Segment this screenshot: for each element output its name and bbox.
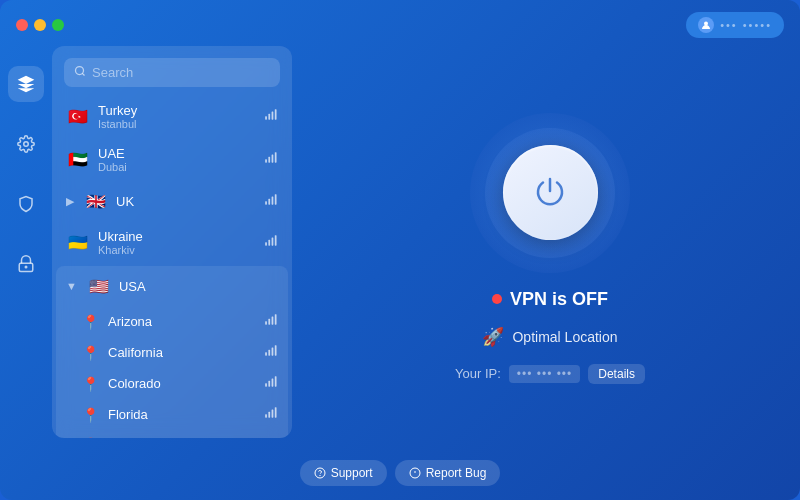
svg-rect-8	[275, 109, 277, 120]
sidebar-icon-security[interactable]	[8, 186, 44, 222]
sidebar-icon-settings[interactable]	[8, 126, 44, 162]
sidebar-icon-privacy[interactable]	[8, 246, 44, 282]
flag-icon: 🇺🇸	[87, 274, 111, 298]
vpn-status-label: VPN is OFF	[510, 289, 608, 310]
power-ring-outer	[470, 113, 630, 273]
svg-rect-19	[272, 238, 274, 246]
svg-rect-30	[268, 381, 270, 387]
app-window: ••• •••••	[0, 0, 800, 500]
svg-rect-21	[265, 321, 267, 325]
support-button[interactable]: Support	[300, 460, 387, 486]
list-item[interactable]: 🇦🇪 UAE Dubai	[56, 138, 288, 181]
svg-rect-26	[268, 350, 270, 356]
support-label: Support	[331, 466, 373, 480]
server-panel: 🇹🇷 Turkey Istanbul	[52, 46, 292, 438]
server-name: UAE	[98, 146, 256, 161]
optimal-location: 🚀 Optimal Location	[482, 326, 617, 348]
svg-rect-36	[275, 407, 277, 418]
server-info: Ukraine Kharkiv	[98, 229, 256, 256]
signal-icon	[264, 151, 278, 168]
list-item[interactable]: ▼ 🇺🇸 USA	[56, 266, 288, 306]
svg-rect-20	[275, 235, 277, 246]
user-avatar-icon	[698, 17, 714, 33]
user-badge[interactable]: ••• •••••	[686, 12, 784, 38]
optimal-location-label: Optimal Location	[512, 329, 617, 345]
list-item[interactable]: 📍 Arizona	[56, 306, 288, 337]
svg-rect-34	[268, 412, 270, 418]
right-panel: VPN is OFF 🚀 Optimal Location Your IP: •…	[300, 46, 800, 450]
main-content: 🇹🇷 Turkey Istanbul	[0, 46, 800, 450]
svg-rect-22	[268, 319, 270, 325]
minimize-button[interactable]	[34, 19, 46, 31]
rocket-icon: 🚀	[482, 326, 504, 348]
svg-rect-32	[275, 376, 277, 387]
svg-rect-27	[272, 348, 274, 356]
list-item[interactable]: 📍 California	[56, 337, 288, 368]
ip-row: Your IP: ••• ••• ••• Details	[455, 364, 645, 384]
signal-icon	[264, 108, 278, 125]
svg-rect-24	[275, 314, 277, 325]
list-item[interactable]: 📍 Georgia	[56, 430, 288, 438]
expand-icon: ▶	[66, 195, 74, 208]
usa-section: ▼ 🇺🇸 USA 📍 Arizona	[56, 266, 288, 438]
signal-icon	[264, 313, 278, 330]
report-bug-button[interactable]: Report Bug	[395, 460, 501, 486]
svg-rect-14	[268, 198, 270, 204]
location-pin-icon: 📍	[80, 407, 100, 423]
list-item[interactable]: 📍 Colorado	[56, 368, 288, 399]
location-name: Florida	[108, 407, 256, 422]
sidebar-icon-servers[interactable]	[8, 66, 44, 102]
svg-rect-16	[275, 194, 277, 205]
list-item[interactable]: 📍 Florida	[56, 399, 288, 430]
svg-rect-28	[275, 345, 277, 356]
maximize-button[interactable]	[52, 19, 64, 31]
power-button[interactable]	[503, 145, 598, 240]
close-button[interactable]	[16, 19, 28, 31]
search-bar[interactable]	[64, 58, 280, 87]
svg-rect-10	[268, 157, 270, 163]
signal-icon	[264, 234, 278, 251]
server-name: UK	[116, 194, 256, 209]
location-pin-icon: 📍	[80, 345, 100, 361]
user-name: ••• •••••	[720, 19, 772, 31]
svg-rect-23	[272, 317, 274, 325]
svg-rect-15	[272, 196, 274, 204]
vpn-status: VPN is OFF	[492, 289, 608, 310]
server-info: UK	[116, 194, 256, 209]
svg-point-1	[24, 142, 29, 147]
details-button[interactable]: Details	[588, 364, 645, 384]
server-name: Turkey	[98, 103, 256, 118]
svg-rect-13	[265, 201, 267, 205]
list-item[interactable]: 🇺🇦 Ukraine Kharkiv	[56, 221, 288, 264]
svg-rect-6	[268, 114, 270, 120]
search-icon	[74, 65, 86, 80]
svg-rect-7	[272, 112, 274, 120]
flag-icon: 🇺🇦	[66, 231, 90, 255]
svg-rect-29	[265, 383, 267, 387]
svg-rect-31	[272, 379, 274, 387]
server-info: USA	[119, 279, 278, 294]
svg-rect-12	[275, 152, 277, 163]
location-name: California	[108, 345, 256, 360]
location-name: Colorado	[108, 376, 256, 391]
list-item[interactable]: 🇹🇷 Turkey Istanbul	[56, 95, 288, 138]
svg-point-0	[704, 22, 708, 26]
svg-rect-35	[272, 410, 274, 418]
svg-point-4	[76, 67, 84, 75]
search-input[interactable]	[92, 65, 270, 80]
flag-icon: 🇬🇧	[84, 189, 108, 213]
svg-rect-5	[265, 116, 267, 120]
signal-icon	[264, 375, 278, 392]
title-bar: ••• •••••	[0, 0, 800, 46]
server-name: Ukraine	[98, 229, 256, 244]
server-info: Turkey Istanbul	[98, 103, 256, 130]
status-dot	[492, 294, 502, 304]
signal-icon	[264, 406, 278, 423]
power-ring-inner	[485, 128, 615, 258]
collapse-icon: ▼	[66, 280, 77, 292]
svg-rect-17	[265, 242, 267, 246]
server-city: Kharkiv	[98, 244, 256, 256]
list-item[interactable]: ▶ 🇬🇧 UK	[56, 181, 288, 221]
svg-rect-25	[265, 352, 267, 356]
signal-icon	[264, 193, 278, 210]
